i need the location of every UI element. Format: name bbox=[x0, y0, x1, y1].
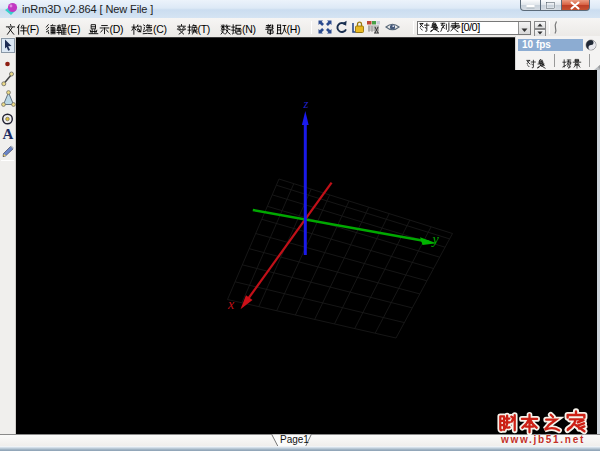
svg-text:x: x bbox=[227, 297, 235, 312]
svg-text:z: z bbox=[303, 97, 309, 111]
svg-text:y: y bbox=[431, 232, 440, 247]
